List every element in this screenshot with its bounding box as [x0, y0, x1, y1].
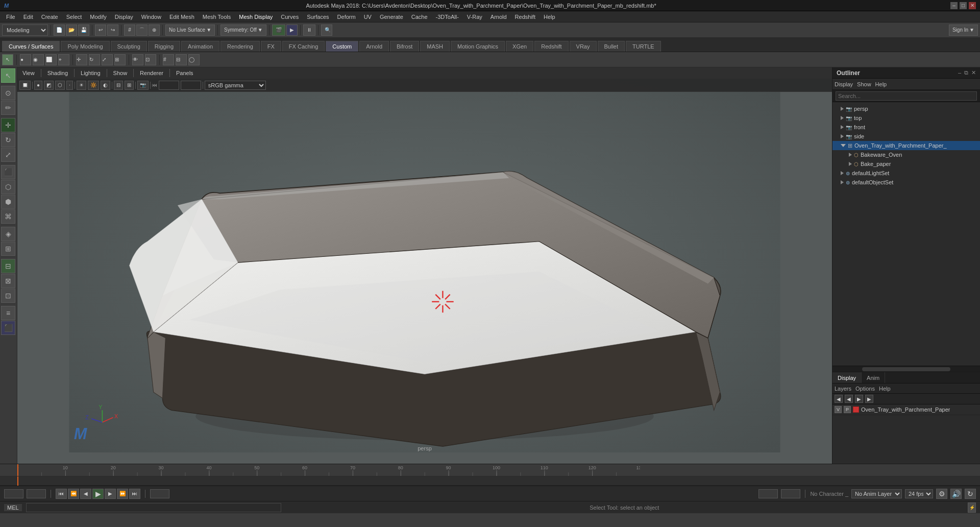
tree-item-lightset[interactable]: ⊚ defaultLightSet [832, 169, 980, 178]
vp-camera-btn[interactable]: 📷 [137, 81, 149, 90]
tree-item-objectset[interactable]: ⊚ defaultObjectSet [832, 178, 980, 187]
tl-range-start[interactable]: 120 [758, 489, 778, 498]
outliner-close-btn[interactable]: ✕ [971, 69, 976, 76]
tree-item-oven-tray[interactable]: ⊞ Oven_Tray_with_Parchment_Paper_ [832, 141, 980, 150]
sculpt-tool[interactable]: ⌘ [1, 209, 15, 224]
save-button[interactable]: 💾 [78, 25, 89, 36]
lattice-tool[interactable]: ⊞ [1, 242, 15, 256]
layer-back2-btn[interactable]: ◀ [845, 395, 853, 403]
ws-tab-arnold[interactable]: Arnold [359, 41, 389, 52]
tb-rotate-btn[interactable]: ↻ [89, 54, 100, 65]
rotate-tool[interactable]: ↻ [1, 133, 15, 147]
menu-file[interactable]: File [2, 13, 19, 21]
menu-vray[interactable]: V-Ray [463, 13, 486, 21]
snap-grid-button[interactable]: # [124, 25, 135, 36]
ws-tab-custom[interactable]: Custom [326, 41, 358, 52]
ipr-button[interactable]: ▶ [286, 25, 298, 36]
tree-item-front[interactable]: 📷 front [832, 123, 980, 132]
tb-move-btn[interactable]: ✛ [76, 54, 87, 65]
paint-tool[interactable]: ✏ [1, 101, 15, 115]
vp-wire-shade-btn[interactable]: ⬡ [55, 81, 65, 90]
outliner-menu-show[interactable]: Show [857, 81, 871, 87]
vp-menu-lighting[interactable]: Lighting [78, 69, 104, 77]
subtab-options[interactable]: Options [855, 386, 875, 392]
subtab-layers[interactable]: Layers [835, 386, 851, 392]
menu-display[interactable]: Display [111, 13, 137, 21]
vp-display-1[interactable]: ⊟ [114, 81, 123, 90]
render-button[interactable]: 🎬 [272, 25, 285, 36]
outliner-search-input[interactable] [836, 91, 977, 101]
play-end-btn[interactable]: ⏭ [129, 489, 140, 499]
subtab-help[interactable]: Help [879, 386, 891, 392]
tb-sel-mode-2[interactable]: ◉ [33, 54, 44, 65]
tree-item-top[interactable]: 📷 top [832, 113, 980, 123]
poly-extrude[interactable]: ⬛ [1, 165, 15, 179]
vp-smooth-shade-btn[interactable]: ● [34, 81, 42, 90]
select-tool[interactable]: ↖ [1, 68, 15, 83]
tb-show-hide-btn[interactable]: 👁 [132, 54, 143, 65]
layer-fwd-btn[interactable]: ▶ [865, 395, 873, 403]
layer-fwd2-btn[interactable]: ▶ [855, 395, 863, 403]
tb-sel-mode-3[interactable]: ⬜ [45, 54, 57, 65]
layer-btn[interactable]: ≡ [1, 306, 15, 320]
vp-exposure-input[interactable]: 0.00 [159, 81, 179, 90]
menu-curves[interactable]: Curves [277, 13, 303, 21]
open-button[interactable]: 📂 [66, 25, 77, 36]
feedback-btn[interactable]: ⚡ [968, 502, 976, 513]
layout-2[interactable]: ⊠ [1, 274, 15, 288]
new-button[interactable]: 📄 [54, 25, 65, 36]
menu-generate[interactable]: Generate [376, 13, 407, 21]
snap-point-button[interactable]: ⊕ [149, 25, 160, 36]
tb-grid-btn[interactable]: # [163, 54, 174, 65]
poly-bevel[interactable]: ⬡ [1, 180, 15, 194]
select-tool-btn[interactable]: ↖ [2, 54, 13, 65]
menu-cache[interactable]: Cache [407, 13, 432, 21]
ws-tab-curves-surfaces[interactable]: Curves / Surfaces [2, 41, 60, 52]
lasso-tool[interactable]: ⊙ [1, 86, 15, 100]
ws-tab-rigging[interactable]: Rigging [148, 41, 180, 52]
mel-input[interactable] [26, 503, 281, 512]
move-tool[interactable]: ✛ [1, 118, 15, 132]
layer-pickup-btn[interactable]: P [844, 406, 851, 413]
tree-item-side[interactable]: 📷 side [832, 132, 980, 141]
ws-tab-fx-caching[interactable]: FX Caching [282, 41, 325, 52]
vp-color-profile-dropdown[interactable]: sRGB gamma [205, 81, 266, 90]
ws-tab-redshift[interactable]: Redshift [534, 41, 568, 52]
ws-tab-turtle[interactable]: TURTLE [626, 41, 661, 52]
no-anim-dropdown[interactable]: No Anim Layer [851, 489, 902, 498]
redo-button[interactable]: ↪ [107, 25, 118, 36]
tree-item-bakeware[interactable]: ⬡ Bakeware_Oven [832, 150, 980, 159]
timeline-ruler[interactable] [0, 464, 980, 476]
tl-current-frame[interactable]: 1 [27, 489, 46, 498]
prev-frame-btn[interactable]: ◀ [80, 489, 91, 499]
pause-button[interactable]: ⏸ [303, 25, 315, 36]
select-by-name-button[interactable]: 🔍 [321, 25, 332, 36]
ws-tab-rendering[interactable]: Rendering [220, 41, 260, 52]
outliner-minimize-btn[interactable]: – [958, 69, 961, 76]
symmetry-button[interactable]: Symmetry: Off ▼ [220, 25, 266, 36]
menu-help[interactable]: Help [540, 13, 559, 21]
vp-display-2[interactable]: ⊞ [125, 81, 134, 90]
tl-start-frame[interactable]: 1 [4, 489, 23, 498]
tb-sel-mode-1[interactable]: ● [20, 54, 31, 65]
ws-tab-poly-modeling[interactable]: Poly Modeling [61, 41, 109, 52]
menu-deform[interactable]: Deform [333, 13, 360, 21]
play-start-btn[interactable]: ⏮ [56, 489, 67, 499]
vp-menu-renderer[interactable]: Renderer [137, 69, 166, 77]
ws-tab-bullet[interactable]: Bullet [598, 41, 625, 52]
snap-curve-button[interactable]: ⌒ [136, 25, 148, 36]
fps-dropdown[interactable]: 24 fps [905, 489, 933, 498]
vp-wireframe-btn[interactable]: 🔲 [19, 81, 31, 90]
menu-window[interactable]: Window [137, 13, 165, 21]
tb-isolate-btn[interactable]: ⊡ [145, 54, 156, 65]
tb-scale-btn[interactable]: ⤢ [102, 54, 113, 65]
ws-tab-bifrost[interactable]: Bifrost [390, 41, 419, 52]
vp-menu-shading[interactable]: Shading [44, 69, 71, 77]
menu-mesh-tools[interactable]: Mesh Tools [199, 13, 235, 21]
vp-ao-btn[interactable]: ◐ [101, 81, 110, 90]
tl-loop-btn[interactable]: ↻ [965, 489, 976, 499]
ws-tab-sculpting[interactable]: Sculpting [111, 41, 147, 52]
vp-menu-panels[interactable]: Panels [173, 69, 197, 77]
tb-universal-btn[interactable]: ⊞ [114, 54, 126, 65]
next-key-btn[interactable]: ⏩ [117, 489, 128, 499]
